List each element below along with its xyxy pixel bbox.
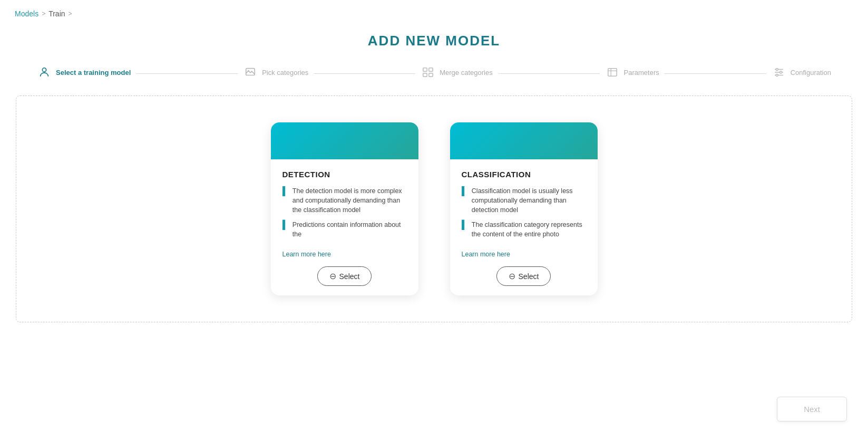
- detection-select-button[interactable]: ⊖ Select: [317, 266, 372, 286]
- classification-bullet-2: ▌ The classification category represents…: [462, 220, 586, 239]
- detection-select-icon: ⊖: [329, 271, 336, 281]
- parameters-icon: [605, 65, 620, 80]
- svg-rect-3: [423, 68, 427, 71]
- breadcrumb-models-link[interactable]: Models: [15, 9, 38, 18]
- svg-point-15: [776, 74, 778, 76]
- page-title: ADD NEW MODEL: [0, 27, 868, 65]
- step-label-configuration: Configuration: [791, 69, 831, 76]
- breadcrumb-train: Train: [48, 9, 65, 18]
- steps-bar: Select a training model Pick categories: [0, 65, 868, 80]
- svg-point-2: [248, 70, 249, 72]
- classification-learn-more-link[interactable]: Learn more here: [462, 251, 586, 258]
- selection-box: DETECTION ▌ The detection model is more …: [16, 95, 852, 322]
- sliders-icon: [772, 65, 786, 80]
- bullet-marker-4: ▌: [462, 221, 467, 229]
- merge-icon: [421, 65, 435, 80]
- breadcrumb: Models > Train >: [0, 0, 868, 27]
- classification-card: CLASSIFICATION ▌ Classification model is…: [450, 122, 598, 296]
- classification-bullets: ▌ Classification model is usually less c…: [462, 186, 586, 245]
- step-select-training-model[interactable]: Select a training model: [32, 65, 136, 80]
- step-label-merge-categories: Merge categories: [440, 69, 492, 76]
- classification-card-body: CLASSIFICATION ▌ Classification model is…: [450, 159, 598, 296]
- breadcrumb-sep-1: >: [42, 10, 45, 17]
- detection-card-header: [271, 122, 418, 159]
- step-merge-categories[interactable]: Merge categories: [415, 65, 498, 80]
- page-wrapper: Models > Train > ADD NEW MODEL Select a …: [0, 0, 868, 431]
- image-icon: [243, 65, 258, 80]
- classification-card-header: [450, 122, 598, 159]
- step-label-pick-categories: Pick categories: [262, 69, 308, 76]
- svg-rect-5: [423, 73, 427, 76]
- bullet-marker-2: ▌: [282, 221, 288, 229]
- classification-card-title: CLASSIFICATION: [462, 170, 586, 179]
- svg-rect-7: [608, 69, 617, 76]
- detection-bullets: ▌ The detection model is more complex an…: [282, 186, 407, 245]
- person-icon: [37, 65, 52, 80]
- footer-bar: Next: [0, 389, 868, 431]
- detection-bullet-1: ▌ The detection model is more complex an…: [282, 186, 407, 215]
- bullet-marker-1: ▌: [282, 187, 288, 195]
- breadcrumb-sep-2: >: [69, 10, 72, 17]
- classification-bullet-1: ▌ Classification model is usually less c…: [462, 186, 586, 215]
- svg-point-14: [779, 71, 782, 73]
- svg-rect-4: [429, 68, 433, 71]
- step-configuration[interactable]: Configuration: [766, 65, 836, 80]
- step-label-select-training: Select a training model: [56, 69, 131, 76]
- svg-rect-6: [429, 73, 433, 76]
- content-area: DETECTION ▌ The detection model is more …: [0, 95, 868, 389]
- detection-bullet-2: ▌ Predictions contain information about …: [282, 220, 407, 239]
- step-parameters[interactable]: Parameters: [600, 65, 665, 80]
- classification-select-icon: ⊖: [509, 271, 515, 281]
- step-pick-categories[interactable]: Pick categories: [238, 65, 314, 80]
- classification-select-button[interactable]: ⊖ Select: [496, 266, 551, 286]
- detection-learn-more-link[interactable]: Learn more here: [282, 251, 407, 258]
- detection-card: DETECTION ▌ The detection model is more …: [271, 122, 418, 296]
- next-button[interactable]: Next: [777, 397, 847, 422]
- svg-point-0: [42, 68, 46, 72]
- bullet-marker-3: ▌: [462, 187, 467, 195]
- svg-point-13: [776, 68, 778, 70]
- detection-card-title: DETECTION: [282, 170, 407, 179]
- step-label-parameters: Parameters: [624, 69, 659, 76]
- detection-card-body: DETECTION ▌ The detection model is more …: [271, 159, 418, 296]
